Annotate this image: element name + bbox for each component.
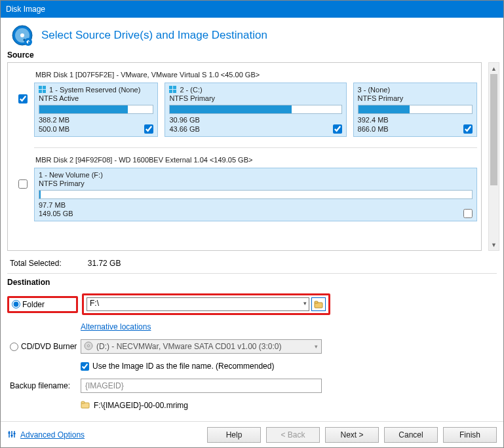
result-path: F:\{IMAGEID}-00-00.mrimg [94,401,188,410]
back-button[interactable]: < Back [266,427,320,443]
disk-block: MBR Disk 2 [94F92F08] - WD 1600BEV Exter… [12,152,477,229]
usage-bar [169,105,341,114]
svg-rect-14 [315,301,318,303]
scroll-down-icon[interactable]: ▼ [489,239,499,250]
next-button[interactable]: Next > [325,427,379,443]
svg-rect-5 [39,86,42,89]
windows-icon [39,86,47,94]
backup-filename-input[interactable] [81,379,322,393]
partition-used: 30.96 GB [169,116,341,125]
folder-radio-label: Folder [22,300,45,309]
page-title: Select Source Drive(s) and Image Destina… [41,29,267,42]
advanced-options-label: Advanced Options [20,430,85,439]
partition-total: 43.66 GB [169,125,341,134]
disk-checkbox[interactable] [18,179,28,189]
partition-used: 388.2 MB [39,116,153,125]
partition-checkbox[interactable] [333,124,342,134]
chevron-down-icon: ▾ [315,343,318,350]
alternative-locations-link[interactable]: Alternative locations [81,322,151,331]
partition-used: 97.7 MB [39,201,473,210]
backup-filename-label: Backup filename: [10,381,70,390]
svg-rect-23 [11,435,13,436]
destination-label: Destination [1,274,503,288]
disk-icon [11,24,33,47]
cd-burner-radio[interactable] [10,343,18,351]
partition-fs: NTFS Active [39,94,153,102]
browse-icon [314,300,323,309]
disk-title: MBR Disk 2 [94F92F08] - WD 1600BEV Exter… [34,153,477,168]
usage-bar [358,105,473,114]
svg-rect-9 [169,86,172,89]
cancel-button[interactable]: Cancel [384,427,438,443]
partition-name: 2 - (C:) [180,86,202,94]
window-titlebar: Disk Image [1,1,503,18]
svg-point-16 [88,345,90,346]
svg-rect-7 [39,90,42,93]
scroll-up-icon[interactable]: ▲ [489,63,499,74]
svg-rect-11 [169,90,172,93]
sliders-icon [7,430,16,441]
cd-icon [84,341,93,352]
chevron-down-icon: ▾ [303,300,307,307]
svg-rect-22 [9,432,10,434]
partition[interactable]: 2 - (C:) NTFS Primary 30.96 GB 43.66 GB [165,83,346,137]
destination-panel: Folder F:\ ▾ Alternative locations CD/DV… [1,288,503,421]
use-imageid-label: Use the Image ID as the file name. (Reco… [92,362,274,371]
disk-block: MBR Disk 1 [D07F5F2E] - VMware, VMware V… [12,67,477,143]
file-icon [81,400,90,411]
scrollbar[interactable]: ▲ ▼ [488,62,499,251]
partition-fs: NTFS Primary [169,94,341,102]
divider [34,147,477,148]
partition-fs: NTFS Primary [358,94,473,102]
partition-name: 3 - (None) [358,86,391,94]
total-selected-row: Total Selected: 31.72 GB [1,253,503,273]
cd-burner-label: CD/DVD Burner [21,342,77,351]
partition-used: 392.4 MB [358,116,473,125]
cd-burner-value: (D:) - NECVMWar, VMware SATA CD01 v1.00 … [96,342,282,351]
svg-rect-24 [14,433,16,434]
scroll-thumb[interactable] [490,74,497,185]
partition-total: 149.05 GB [39,210,473,219]
source-label: Source [1,49,503,61]
partition-fs: NTFS Primary [39,179,473,187]
finish-button[interactable]: Finish [443,427,497,443]
help-button[interactable]: Help [207,427,261,443]
partition-total: 866.0 MB [358,125,473,134]
partition[interactable]: 1 - System Reserved (None) NTFS Active 3… [34,83,158,137]
use-imageid-checkbox[interactable] [81,362,89,371]
disk-title: MBR Disk 1 [D07F5F2E] - VMware, VMware V… [34,68,477,83]
partition[interactable]: 3 - (None) NTFS Primary 392.4 MB 866.0 M… [353,83,477,137]
partition-name: 1 - New Volume (F:) [39,171,103,179]
folder-path-combo[interactable]: F:\ ▾ [87,297,309,311]
windows-icon [169,86,177,94]
partition-checkbox[interactable] [463,124,473,134]
partition-name: 1 - System Reserved (None) [49,86,140,94]
svg-point-3 [20,33,24,37]
folder-radio[interactable] [12,300,20,308]
partition-checkbox[interactable] [144,124,153,134]
footer: Advanced Options Help < Back Next > Canc… [1,421,503,448]
window-title: Disk Image [6,5,45,14]
cd-burner-combo[interactable]: (D:) - NECVMWar, VMware SATA CD01 v1.00 … [81,339,322,354]
usage-bar [39,190,473,199]
page-header: Select Source Drive(s) and Image Destina… [1,18,503,49]
svg-rect-12 [173,90,176,93]
browse-button[interactable] [311,297,326,311]
folder-path-value: F:\ [90,299,99,308]
svg-rect-8 [43,90,46,93]
partition[interactable]: 1 - New Volume (F:) NTFS Primary 97.7 MB… [34,168,477,222]
total-selected-label: Total Selected: [10,259,62,268]
advanced-options-link[interactable]: Advanced Options [7,430,85,441]
usage-bar [39,105,153,114]
total-selected-value: 31.72 GB [88,259,121,268]
source-panel: MBR Disk 1 [D07F5F2E] - VMware, VMware V… [7,62,482,251]
partition-total: 500.0 MB [39,125,153,134]
svg-rect-10 [173,86,176,89]
partition-checkbox[interactable] [463,209,473,218]
disk-checkbox[interactable] [18,94,28,103]
svg-rect-18 [81,401,85,403]
svg-rect-6 [43,86,46,89]
